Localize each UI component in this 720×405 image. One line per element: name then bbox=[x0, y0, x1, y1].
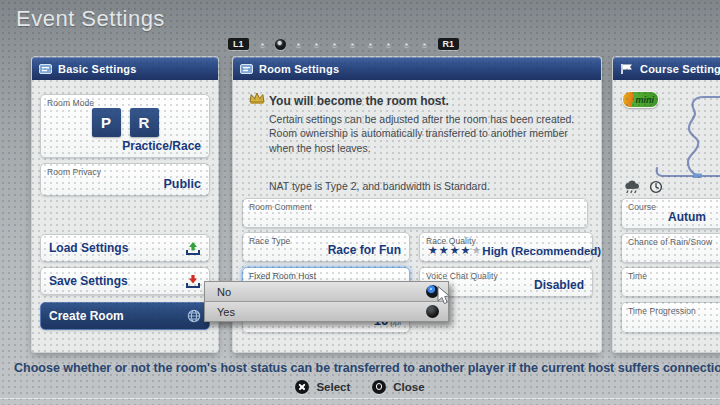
time-progression-card[interactable]: Time Progression bbox=[621, 302, 720, 333]
course-settings-panel: Course Settings mini Course Autum bbox=[613, 57, 720, 352]
dropdown-option[interactable]: No bbox=[205, 282, 448, 301]
page-dot bbox=[260, 42, 265, 47]
room-settings-header: Room Settings bbox=[233, 57, 601, 80]
page-dot bbox=[314, 42, 319, 47]
room-mode-badges: P R bbox=[41, 108, 209, 137]
race-badge: R bbox=[130, 108, 159, 137]
time-card[interactable]: Time bbox=[621, 267, 720, 297]
select-hint: Select bbox=[295, 380, 350, 394]
cross-button-icon bbox=[295, 380, 309, 394]
voice-chat-quality-label: Voice Chat Quality bbox=[426, 271, 498, 281]
bottom-divider bbox=[0, 398, 720, 399]
mouse-cursor bbox=[437, 286, 452, 306]
course-track-map bbox=[652, 83, 720, 191]
basic-settings-panel: Basic Settings Room Mode P R Practice/Ra… bbox=[32, 57, 218, 352]
dropdown-option-label: Yes bbox=[217, 306, 235, 318]
host-notice-title: You will become the room host. bbox=[269, 94, 449, 108]
page-dot bbox=[296, 42, 301, 47]
page-dot bbox=[350, 42, 355, 47]
course-label: Course bbox=[628, 202, 656, 212]
nat-info-text: NAT type is Type 2, and bandwidth is Sta… bbox=[269, 180, 490, 192]
close-hint: Close bbox=[372, 380, 424, 394]
voice-chat-quality-value: Disabled bbox=[534, 278, 584, 292]
course-logo-badge: mini bbox=[622, 91, 659, 108]
dropdown-option[interactable]: Yes bbox=[205, 301, 448, 321]
host-notice-line1: Certain settings can be adjusted after t… bbox=[269, 112, 591, 126]
time-progression-label: Time Progression bbox=[628, 306, 696, 316]
room-comment-card[interactable]: Room Comment bbox=[242, 198, 588, 228]
race-type-label: Race Type bbox=[249, 236, 290, 246]
course-condition-icons bbox=[623, 180, 663, 194]
fixed-room-host-label: Fixed Room Host bbox=[249, 271, 316, 281]
race-quality-row: ★★★★★ High (Recommended) bbox=[428, 244, 584, 257]
save-icon bbox=[185, 274, 201, 289]
room-comment-label: Room Comment bbox=[249, 202, 312, 212]
practice-badge: P bbox=[92, 108, 121, 137]
circle-button-icon bbox=[372, 380, 386, 394]
page-title: Event Settings bbox=[16, 6, 165, 32]
page-dot bbox=[368, 42, 373, 47]
panel-title: Room Settings bbox=[259, 63, 339, 75]
rain-chance-card[interactable]: Chance of Rain/Snow bbox=[621, 233, 720, 263]
host-notice-body: Certain settings can be adjusted after t… bbox=[269, 112, 591, 155]
race-type-card[interactable]: Race Type Race for Fun bbox=[242, 232, 410, 262]
load-settings-label: Load Settings bbox=[49, 241, 128, 255]
page-dot-active bbox=[275, 39, 286, 50]
clock-icon bbox=[649, 180, 663, 194]
stars-filled: ★★★★ bbox=[428, 244, 471, 256]
room-mode-label: Room Mode bbox=[47, 98, 94, 108]
room-privacy-card[interactable]: Room Privacy Public bbox=[40, 163, 210, 196]
page-nav: L1 R1 bbox=[228, 37, 459, 51]
course-value: Autum bbox=[668, 210, 706, 224]
close-hint-label: Close bbox=[393, 381, 424, 393]
race-quality-card[interactable]: Race Quality ★★★★★ High (Recommended) bbox=[419, 232, 593, 262]
race-quality-value: High (Recommended) bbox=[482, 245, 601, 257]
rain-chance-label: Chance of Rain/Snow bbox=[628, 237, 712, 247]
load-settings-button[interactable]: Load Settings bbox=[40, 234, 210, 262]
settings-icon bbox=[240, 64, 253, 74]
event-settings-screen: Event Settings L1 R1 Basic Settings Room… bbox=[0, 0, 720, 405]
help-text: Choose whether or not the room's host st… bbox=[14, 361, 720, 375]
room-privacy-value: Public bbox=[163, 177, 201, 191]
host-notice-line2: Room ownership is automatically transfer… bbox=[269, 126, 591, 155]
room-mode-card[interactable]: Room Mode P R Practice/Race bbox=[40, 94, 210, 158]
save-settings-label: Save Settings bbox=[49, 274, 128, 288]
panel-title: Course Settings bbox=[640, 63, 720, 75]
page-dot bbox=[404, 42, 409, 47]
basic-settings-header: Basic Settings bbox=[32, 57, 218, 80]
stars-empty: ★ bbox=[471, 244, 482, 256]
save-settings-button[interactable]: Save Settings bbox=[40, 267, 210, 295]
radio-icon bbox=[426, 305, 439, 318]
course-card[interactable]: Course Autum bbox=[621, 198, 720, 229]
page-dot bbox=[422, 42, 427, 47]
l1-shoulder-badge[interactable]: L1 bbox=[228, 38, 249, 50]
room-mode-value: Practice/Race bbox=[122, 139, 201, 153]
select-hint-label: Select bbox=[316, 381, 350, 393]
course-flag-icon bbox=[620, 63, 634, 75]
race-type-value: Race for Fun bbox=[328, 243, 401, 257]
page-dot bbox=[332, 42, 337, 47]
create-room-button[interactable]: Create Room bbox=[40, 302, 210, 330]
page-dot bbox=[386, 42, 391, 47]
fixed-room-host-dropdown: No Yes bbox=[204, 281, 449, 322]
page-dots bbox=[260, 39, 427, 50]
room-privacy-label: Room Privacy bbox=[47, 167, 101, 177]
panel-title: Basic Settings bbox=[58, 63, 137, 75]
load-icon bbox=[185, 241, 201, 256]
button-hints: Select Close bbox=[0, 380, 720, 394]
rain-cloud-icon bbox=[623, 180, 642, 194]
crown-icon bbox=[248, 91, 266, 105]
dropdown-option-label: No bbox=[217, 286, 231, 298]
settings-icon bbox=[39, 64, 52, 74]
globe-icon bbox=[187, 309, 201, 323]
create-room-label: Create Room bbox=[49, 309, 124, 323]
race-quality-stars: ★★★★★ bbox=[428, 244, 482, 257]
r1-shoulder-badge[interactable]: R1 bbox=[438, 38, 460, 50]
course-settings-header: Course Settings bbox=[613, 57, 720, 80]
time-label: Time bbox=[628, 271, 647, 281]
